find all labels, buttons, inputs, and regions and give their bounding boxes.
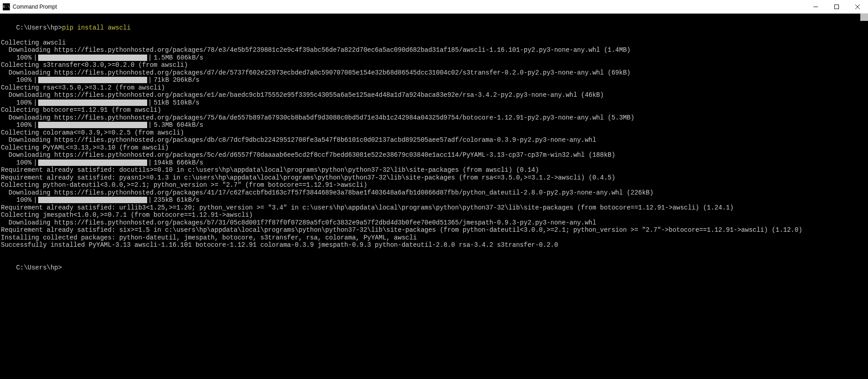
- maximize-button[interactable]: [826, 0, 847, 13]
- svg-rect-1: [835, 5, 839, 9]
- window-controls: [805, 0, 868, 13]
- maximize-icon: [834, 5, 839, 9]
- output-line: Collecting PyYAML<=3.13,>=3.10 (from aws…: [0, 144, 868, 152]
- output-line: Collecting colorama<=0.3.9,>=0.2.5 (from…: [0, 129, 868, 137]
- output-line: Downloading https://files.pythonhosted.o…: [0, 91, 868, 99]
- progress-percent: 100%: [16, 196, 32, 204]
- output-line: Downloading https://files.pythonhosted.o…: [0, 114, 868, 122]
- progress-rate: 194kB 666kB/s: [154, 159, 203, 167]
- output-line: Downloading https://files.pythonhosted.o…: [0, 189, 868, 197]
- progress-percent: 100%: [16, 54, 32, 62]
- prompt-path: C:\Users\hp>: [16, 24, 62, 31]
- command-text: pip install awscli: [62, 24, 130, 31]
- progress-rate: 71kB 206kB/s: [154, 76, 199, 84]
- terminal-output: Collecting awscli Downloading https://fi…: [0, 39, 868, 249]
- progress-percent: 100%: [16, 76, 32, 84]
- progress-percent: 100%: [16, 99, 32, 107]
- progress-bar: [38, 77, 147, 83]
- progress-bar: [38, 197, 147, 203]
- window-title: Command Prompt: [13, 4, 57, 10]
- progress-bar: [38, 160, 147, 166]
- output-line: Requirement already satisfied: urllib3<1…: [0, 204, 868, 212]
- cmd-icon: C:\: [3, 3, 10, 10]
- minimize-icon: [813, 5, 818, 9]
- progress-rate: 1.5MB 606kB/s: [154, 54, 203, 62]
- close-button[interactable]: [847, 0, 868, 13]
- scrollbar-thumb[interactable]: [860, 14, 868, 21]
- progress-line: 100%||51kB 510kB/s: [0, 99, 868, 107]
- output-line: Downloading https://files.pythonhosted.o…: [0, 46, 868, 54]
- prompt-line: C:\Users\hp>pip install awscli: [0, 16, 868, 39]
- output-line: Downloading https://files.pythonhosted.o…: [0, 219, 868, 227]
- output-line: Requirement already satisfied: six>=1.5 …: [0, 226, 868, 234]
- close-icon: [855, 5, 860, 9]
- progress-line: 100%||1.5MB 606kB/s: [0, 54, 868, 62]
- prompt-line-final: C:\Users\hp>: [0, 256, 868, 279]
- output-line: Collecting awscli: [0, 39, 868, 47]
- output-line: Downloading https://files.pythonhosted.o…: [0, 151, 868, 159]
- progress-line: 100%||235kB 61kB/s: [0, 196, 868, 204]
- terminal[interactable]: C:\Users\hp>pip install awscli Collectin…: [0, 14, 868, 379]
- output-line: Successfully installed PyYAML-3.13 awscl…: [0, 241, 868, 249]
- progress-bar: [38, 55, 147, 61]
- output-line: Collecting python-dateutil<3.0.0,>=2.1; …: [0, 181, 868, 189]
- output-line: Collecting jmespath<1.0.0,>=0.7.1 (from …: [0, 211, 868, 219]
- progress-rate: 235kB 61kB/s: [154, 196, 199, 204]
- prompt-path-final: C:\Users\hp>: [16, 264, 62, 271]
- progress-bar: [38, 122, 147, 128]
- progress-bar: [38, 100, 147, 106]
- output-line: Collecting rsa<=3.5.0,>=3.1.2 (from awsc…: [0, 84, 868, 92]
- progress-line: 100%||194kB 666kB/s: [0, 159, 868, 167]
- output-line: Collecting s3transfer<0.3.0,>=0.2.0 (fro…: [0, 61, 868, 69]
- output-line: Downloading https://files.pythonhosted.o…: [0, 69, 868, 77]
- titlebar: C:\ Command Prompt: [0, 0, 868, 14]
- progress-percent: 100%: [16, 159, 32, 167]
- progress-rate: 51kB 510kB/s: [154, 99, 199, 107]
- progress-percent: 100%: [16, 121, 32, 129]
- minimize-button[interactable]: [805, 0, 826, 13]
- output-line: Installing collected packages: python-da…: [0, 234, 868, 242]
- blank-line: [0, 249, 868, 257]
- output-line: Collecting botocore==1.12.91 (from awscl…: [0, 106, 868, 114]
- progress-line: 100%||5.3MB 604kB/s: [0, 121, 868, 129]
- progress-rate: 5.3MB 604kB/s: [154, 121, 203, 129]
- output-line: Downloading https://files.pythonhosted.o…: [0, 136, 868, 144]
- progress-line: 100%||71kB 206kB/s: [0, 76, 868, 84]
- output-line: Requirement already satisfied: docutils>…: [0, 166, 868, 174]
- output-line: Requirement already satisfied: pyasn1>=0…: [0, 174, 868, 182]
